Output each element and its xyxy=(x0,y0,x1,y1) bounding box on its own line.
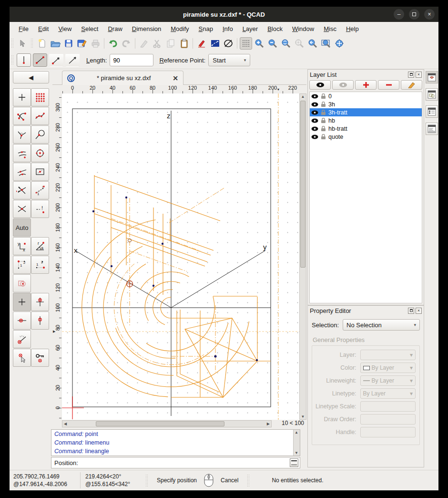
snap-intersection-button[interactable] xyxy=(13,181,31,199)
menu-window[interactable]: Window xyxy=(288,23,318,34)
restrict-horizontal-button[interactable] xyxy=(13,311,31,330)
zoom-in-button[interactable] xyxy=(253,37,265,50)
line-angle-button[interactable] xyxy=(49,53,63,67)
layer-list-titlebar[interactable]: Layer List × xyxy=(308,70,424,79)
undo-button[interactable] xyxy=(107,37,119,50)
eye-icon[interactable] xyxy=(311,94,318,99)
eye-icon[interactable] xyxy=(311,110,318,115)
horizontal-scrollbar[interactable]: ◀ ▶ xyxy=(62,420,272,427)
layer-row[interactable]: 0 xyxy=(310,92,422,100)
coordinate-cartesian-button[interactable]: yx xyxy=(13,237,31,255)
print-button[interactable] xyxy=(89,37,102,50)
drawing-canvas[interactable]: x y z xyxy=(62,93,299,420)
auto-zoom-button[interactable] xyxy=(280,37,292,50)
document-tab[interactable]: Q * piramide su xz.dxf ✕ xyxy=(62,71,183,85)
menu-layer[interactable]: Layer xyxy=(238,23,263,34)
line-horizontal-button[interactable] xyxy=(65,53,80,67)
snap-center-button[interactable] xyxy=(31,144,49,162)
snap-tangent-button[interactable] xyxy=(31,125,49,144)
set-relative-zero-button[interactable] xyxy=(13,349,31,367)
new-file-button[interactable] xyxy=(36,37,48,50)
eye-icon[interactable] xyxy=(311,126,318,131)
close-panel-button[interactable]: × xyxy=(416,72,422,78)
command-scrollbar[interactable]: ▲ ▼ xyxy=(293,430,300,456)
menu-misc[interactable]: Misc xyxy=(319,23,341,34)
edit-layer-button[interactable] xyxy=(401,80,422,90)
title-bar[interactable]: piramide su xz.dxf * - QCAD – × xyxy=(10,7,438,22)
menu-dimension[interactable]: Dimension xyxy=(128,23,165,34)
menu-block[interactable]: Block xyxy=(263,23,287,34)
snap-on-entity-button[interactable] xyxy=(31,107,49,125)
draw-button[interactable] xyxy=(195,37,208,50)
previous-view-button[interactable] xyxy=(293,37,305,50)
add-layer-button[interactable] xyxy=(355,80,377,90)
redo-button[interactable] xyxy=(120,37,132,50)
menu-snap[interactable]: Snap xyxy=(194,23,217,34)
scroll-up-icon[interactable]: ▲ xyxy=(295,430,298,435)
eye-icon[interactable] xyxy=(311,135,318,139)
length-input[interactable] xyxy=(110,54,153,66)
line-tool-button[interactable] xyxy=(209,37,221,50)
float-panel-button[interactable] xyxy=(408,72,414,78)
snap-auto-button[interactable]: Auto xyxy=(13,218,31,237)
toolbar-handle[interactable] xyxy=(11,55,14,65)
maximize-button[interactable] xyxy=(409,9,419,20)
scroll-right-icon[interactable]: ▶ xyxy=(267,422,270,426)
remove-layer-button[interactable] xyxy=(378,80,399,90)
menu-view[interactable]: View xyxy=(54,23,76,34)
layer-row[interactable]: hb xyxy=(310,116,422,124)
lock-icon[interactable] xyxy=(321,134,326,140)
snap-intersection-manual-button[interactable]: 12 xyxy=(31,181,49,199)
zoom-window-button[interactable] xyxy=(320,37,332,50)
toolbar-handle[interactable] xyxy=(31,38,34,49)
edit-button[interactable] xyxy=(138,37,150,50)
close-panel-button[interactable]: × xyxy=(416,308,422,314)
save-button[interactable] xyxy=(62,37,75,50)
vertical-scrollbar[interactable]: ▲ ▼ xyxy=(299,93,306,420)
lock-icon[interactable] xyxy=(321,118,326,124)
snap-reference-button[interactable] xyxy=(31,163,49,181)
toolbar-handle[interactable] xyxy=(11,38,14,49)
coordinate-polar-button[interactable]: ra xyxy=(31,237,49,255)
position-input[interactable] xyxy=(81,458,290,467)
layer-row[interactable]: quote xyxy=(310,133,422,141)
ellipse-tool-button[interactable] xyxy=(222,37,234,50)
toggle-layer-list-button[interactable] xyxy=(426,71,438,83)
toggle-property-editor-button[interactable] xyxy=(426,105,438,118)
snap-grid-button[interactable] xyxy=(31,88,49,106)
relative-polar-button[interactable]: 12 xyxy=(31,256,49,274)
zoom-out-button[interactable] xyxy=(266,37,279,50)
snap-middle-button[interactable] xyxy=(13,144,31,162)
menu-draw[interactable]: Draw xyxy=(103,23,126,34)
back-button[interactable]: ◀ xyxy=(13,71,49,83)
snap-filters-button[interactable] xyxy=(13,274,31,292)
zoom-selection-button[interactable] xyxy=(306,37,319,50)
command-history[interactable]: Command: pointCommand: linemenuCommand: … xyxy=(51,429,300,456)
line-two-points-button[interactable] xyxy=(33,53,47,67)
layer-row[interactable]: 3h-tratt xyxy=(310,108,422,116)
eye-icon[interactable] xyxy=(311,118,318,123)
snap-nearest-button[interactable]: ! xyxy=(31,200,49,218)
restrict-vertical-button[interactable] xyxy=(31,311,49,330)
layer-row[interactable]: hb-tratt xyxy=(310,124,422,133)
restrict-off-button[interactable] xyxy=(13,293,31,311)
property-editor-titlebar[interactable]: Property Editor × xyxy=(308,306,424,315)
toggle-block-list-button[interactable] xyxy=(426,88,438,101)
hide-all-layers-button[interactable] xyxy=(332,80,354,90)
selection-dropdown[interactable]: No Selection ▾ xyxy=(343,319,420,331)
open-file-button[interactable] xyxy=(49,37,61,50)
command-line-toggle-button[interactable] xyxy=(290,458,298,467)
grid-toggle-button[interactable] xyxy=(240,37,252,50)
lock-relative-zero-button[interactable] xyxy=(31,349,49,367)
snap-perpendicular-button[interactable] xyxy=(13,125,31,144)
lock-icon[interactable] xyxy=(321,93,326,99)
close-button[interactable]: × xyxy=(424,9,435,20)
eye-icon[interactable] xyxy=(311,102,318,107)
relative-cartesian-button[interactable]: 12 xyxy=(13,256,31,274)
cut-button[interactable] xyxy=(151,37,163,50)
point-tool-button[interactable] xyxy=(17,53,31,67)
menu-select[interactable]: Select xyxy=(77,23,102,34)
restrict-angle-button[interactable] xyxy=(13,330,31,348)
restrict-orthogonal-button[interactable] xyxy=(31,293,49,311)
reference-point-select[interactable]: Start▾ xyxy=(208,54,250,66)
